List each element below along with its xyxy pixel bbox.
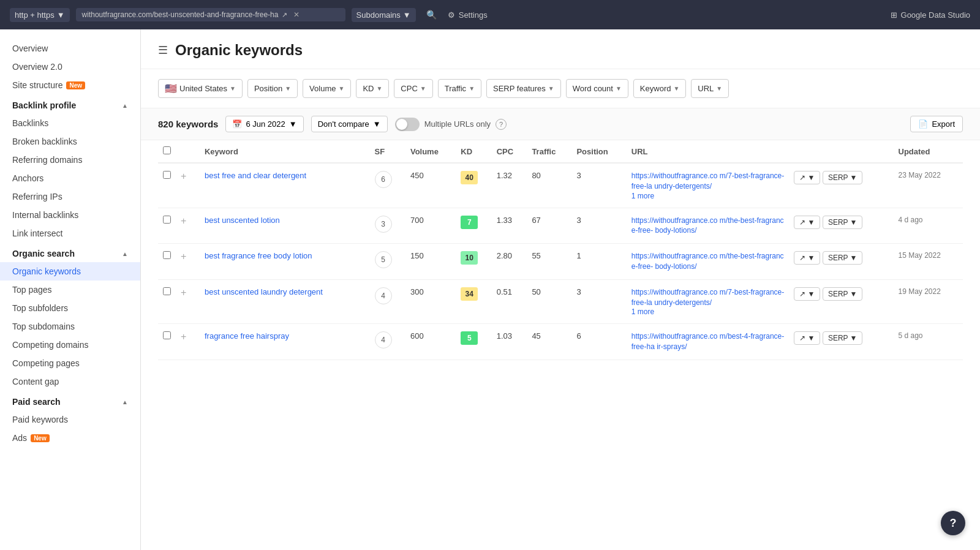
chart-icon: ↗ — [799, 254, 805, 262]
url-link[interactable]: https://withoutfragrance.co m/7-best-fra… — [631, 171, 784, 190]
url-link[interactable]: https://withoutfragrance.co m/best-4-fra… — [631, 332, 784, 351]
row-checkbox[interactable] — [163, 216, 171, 224]
serp-button[interactable]: SERP ▼ — [823, 331, 863, 345]
chart-button[interactable]: ↗ ▼ — [794, 251, 820, 265]
filter-url[interactable]: URL ▼ — [691, 79, 729, 98]
row-checkbox[interactable] — [163, 251, 171, 259]
chart-button[interactable]: ↗ ▼ — [794, 331, 820, 345]
keyword-link[interactable]: fragrance free hairspray — [205, 331, 289, 341]
sidebar-item-competing-pages[interactable]: Competing pages — [0, 354, 140, 372]
select-all-checkbox[interactable] — [163, 146, 171, 154]
serp-button[interactable]: SERP ▼ — [823, 251, 863, 265]
more-urls-link[interactable]: 1 more — [631, 307, 785, 316]
site-structure-badge: New — [66, 81, 85, 89]
filter-serp[interactable]: SERP features ▼ — [486, 79, 561, 98]
sidebar-item-top-subfolders[interactable]: Top subfolders — [0, 299, 140, 317]
keyword-link[interactable]: best fragrance free body lotion — [205, 251, 312, 260]
row-checkbox[interactable] — [163, 171, 171, 179]
sidebar-item-link-intersect[interactable]: Link intersect — [0, 224, 140, 243]
sidebar-item-site-structure[interactable]: Site structure New — [0, 76, 140, 94]
sidebar-item-overview[interactable]: Overview — [0, 39, 140, 58]
filter-traffic[interactable]: Traffic ▼ — [438, 79, 481, 98]
add-keyword-button[interactable]: + — [181, 251, 189, 262]
sidebar-item-referring-ips[interactable]: Referring IPs — [0, 187, 140, 206]
col-volume[interactable]: Volume — [405, 140, 456, 163]
keyword-link[interactable]: best unscented laundry detergent — [205, 287, 323, 296]
protocol-selector[interactable]: http + https ▼ — [10, 8, 70, 22]
filter-volume[interactable]: Volume ▼ — [303, 79, 351, 98]
row-add-cell: + — [176, 324, 200, 360]
sidebar-item-referring-domains[interactable]: Referring domains — [0, 151, 140, 169]
more-urls-link[interactable]: 1 more — [631, 192, 785, 200]
col-kd[interactable]: KD — [456, 140, 491, 163]
kd-cell: 10 — [456, 244, 491, 280]
kd-badge: 34 — [461, 287, 478, 301]
sidebar-item-organic-keywords[interactable]: Organic keywords — [0, 262, 140, 281]
sidebar-section-paid[interactable]: Paid search ▲ — [0, 391, 140, 410]
add-keyword-button[interactable]: + — [181, 216, 189, 226]
kd-cell: 5 — [456, 324, 491, 360]
close-icon[interactable]: ✕ — [293, 10, 300, 19]
url-link[interactable]: https://withoutfragrance.co m/the-best-f… — [631, 216, 784, 235]
sidebar-section-organic[interactable]: Organic search ▲ — [0, 243, 140, 262]
col-sf[interactable]: SF — [370, 140, 405, 163]
col-traffic[interactable]: Traffic — [527, 140, 571, 163]
sidebar-item-internal-backlinks[interactable]: Internal backlinks — [0, 206, 140, 224]
page-title: Organic keywords — [175, 42, 303, 59]
multiple-urls-toggle[interactable] — [395, 118, 420, 131]
serp-button[interactable]: SERP ▼ — [823, 216, 863, 229]
sidebar-item-ads[interactable]: Ads New — [0, 429, 140, 447]
sidebar-item-top-subdomains[interactable]: Top subdomains — [0, 317, 140, 336]
col-position[interactable]: Position — [571, 140, 626, 163]
filter-country[interactable]: 🇺🇸 United States ▼ — [158, 79, 243, 98]
sidebar-item-overview2[interactable]: Overview 2.0 — [0, 58, 140, 76]
gds-link[interactable]: ⊞ Google Data Studio — [891, 10, 970, 20]
keyword-link[interactable]: best unscented lotion — [205, 216, 280, 225]
row-checkbox[interactable] — [163, 331, 171, 339]
external-link-icon[interactable]: ↗ — [282, 11, 287, 19]
hamburger-icon[interactable]: ☰ — [158, 43, 168, 57]
sf-badge: 5 — [375, 251, 392, 268]
export-button[interactable]: 📄 Export — [910, 116, 963, 132]
filter-kd[interactable]: KD ▼ — [356, 79, 389, 98]
chart-button[interactable]: ↗ ▼ — [794, 287, 820, 301]
keyword-link[interactable]: best free and clear detergent — [205, 171, 306, 180]
url-link[interactable]: https://withoutfragrance.co m/the-best-f… — [631, 252, 784, 271]
col-keyword[interactable]: Keyword — [200, 140, 370, 163]
col-updated[interactable]: Updated — [894, 140, 963, 163]
filter-keyword[interactable]: Keyword ▼ — [633, 79, 686, 98]
chart-button[interactable]: ↗ ▼ — [794, 216, 820, 229]
date-selector[interactable]: 📅 6 Jun 2022 ▼ — [225, 116, 303, 132]
add-keyword-button[interactable]: + — [181, 171, 189, 181]
sidebar-item-paid-keywords[interactable]: Paid keywords — [0, 410, 140, 429]
chart-button[interactable]: ↗ ▼ — [794, 171, 820, 184]
paid-chevron: ▲ — [122, 399, 128, 405]
sidebar-item-backlinks[interactable]: Backlinks — [0, 114, 140, 132]
sidebar-item-competing-domains[interactable]: Competing domains — [0, 336, 140, 354]
filter-wordcount[interactable]: Word count ▼ — [566, 79, 628, 98]
sidebar-section-backlink[interactable]: Backlink profile ▲ — [0, 94, 140, 114]
url-cell: https://withoutfragrance.co m/the-best-f… — [627, 208, 790, 244]
serp-button[interactable]: SERP ▼ — [823, 287, 863, 301]
filter-position[interactable]: Position ▼ — [247, 79, 298, 98]
cpc-cell: 0.51 — [492, 279, 527, 324]
compare-selector[interactable]: Don't compare ▼ — [311, 116, 388, 132]
sidebar-item-anchors[interactable]: Anchors — [0, 169, 140, 187]
add-keyword-button[interactable]: + — [181, 331, 189, 342]
serp-button[interactable]: SERP ▼ — [823, 171, 863, 184]
settings-button[interactable]: ⚙ Settings — [448, 10, 488, 20]
sidebar-item-top-pages[interactable]: Top pages — [0, 281, 140, 299]
sidebar-item-content-gap[interactable]: Content gap — [0, 372, 140, 391]
sidebar-item-broken-backlinks[interactable]: Broken backlinks — [0, 132, 140, 151]
search-button[interactable]: 🔍 — [422, 5, 442, 24]
serp-chevron: ▼ — [548, 85, 554, 92]
url-link[interactable]: https://withoutfragrance.co m/7-best-fra… — [631, 288, 784, 307]
add-keyword-button[interactable]: + — [181, 287, 189, 298]
help-bubble[interactable]: ? — [941, 511, 965, 535]
date-chevron: ▼ — [289, 119, 297, 129]
row-checkbox[interactable] — [163, 287, 171, 295]
col-cpc[interactable]: CPC — [492, 140, 527, 163]
help-icon[interactable]: ? — [496, 119, 507, 130]
subdomains-selector[interactable]: Subdomains ▼ — [352, 8, 416, 22]
filter-cpc[interactable]: CPC ▼ — [394, 79, 432, 98]
